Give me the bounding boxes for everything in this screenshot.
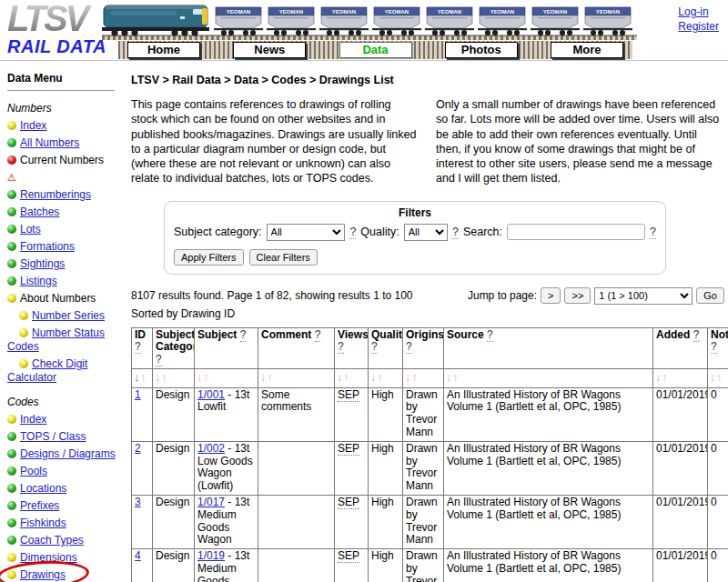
quality-select[interactable]: All: [404, 224, 448, 241]
sidebar-item-check-digit-calculator[interactable]: Check Digit Calculator: [7, 357, 120, 385]
sidebar-item-label[interactable]: Batches: [20, 206, 59, 218]
sidebar-item-label[interactable]: Drawings: [20, 568, 66, 581]
sidebar-item-label[interactable]: Pools: [20, 465, 47, 477]
sidebar-item-label[interactable]: Number Series: [32, 309, 105, 322]
column-help-icon[interactable]: ?: [711, 340, 717, 354]
nav-tab-photos[interactable]: Photos: [445, 42, 518, 58]
sort-ascending-icon[interactable]: ↑: [412, 370, 420, 384]
nav-tab-news[interactable]: News: [233, 42, 306, 58]
sidebar-item-number-series[interactable]: Number Series: [7, 309, 120, 323]
sidebar-item-label[interactable]: Prefixes: [20, 499, 59, 512]
column-help-icon[interactable]: ?: [240, 328, 247, 342]
sort-descending-icon[interactable]: ↓: [655, 370, 662, 384]
subject-code-link[interactable]: 1/001: [197, 388, 225, 401]
sort-ascending-icon[interactable]: ↑: [268, 370, 275, 384]
sort-descending-icon[interactable]: ↓: [155, 370, 162, 384]
drawing-id-link[interactable]: 3: [135, 496, 141, 508]
apply-filters-button[interactable]: Apply Filters: [174, 249, 244, 266]
sort-descending-icon[interactable]: ↓: [337, 370, 344, 384]
sidebar-item-label[interactable]: All Numbers: [20, 136, 79, 149]
sidebar-item-locations[interactable]: Locations: [7, 482, 120, 496]
sort-ascending-icon[interactable]: ↑: [378, 370, 385, 384]
subject-code-link[interactable]: 1/002: [197, 442, 225, 455]
quality-help-icon[interactable]: ?: [452, 226, 459, 239]
search-input[interactable]: [507, 224, 645, 240]
sidebar-item-index[interactable]: Index: [7, 413, 120, 426]
subject-category-help-icon[interactable]: ?: [349, 226, 356, 239]
sidebar-item-label[interactable]: Formations: [20, 240, 75, 253]
column-help-icon[interactable]: ?: [315, 328, 321, 342]
nav-tab-more[interactable]: More: [551, 42, 623, 58]
sort-descending-icon[interactable]: ↓: [260, 370, 268, 384]
sidebar-item-tops-class[interactable]: TOPS / Class: [7, 430, 120, 444]
sidebar-item-batches[interactable]: Batches: [7, 206, 120, 219]
views-abbr[interactable]: SEP: [338, 388, 359, 402]
search-help-icon[interactable]: ?: [650, 226, 656, 239]
sidebar-item-drawings[interactable]: Drawings: [7, 568, 120, 582]
nav-tab-data[interactable]: Data: [339, 42, 412, 58]
sort-descending-icon[interactable]: ↓: [405, 370, 412, 384]
sidebar-item-prefixes[interactable]: Prefixes: [7, 499, 120, 513]
nav-tab-home[interactable]: Home: [127, 42, 200, 58]
sort-ascending-icon[interactable]: ↑: [162, 370, 169, 384]
drawing-id-link[interactable]: 1: [135, 388, 141, 401]
sidebar-item-label[interactable]: Designs / Diagrams: [20, 447, 116, 460]
sidebar-item-label[interactable]: Dimensions: [20, 551, 77, 564]
sidebar-item-label[interactable]: Coach Types: [20, 534, 84, 547]
sidebar-item-all-numbers[interactable]: All Numbers: [7, 136, 120, 150]
sidebar-item-number-status-codes[interactable]: Number Status Codes: [7, 326, 120, 354]
sidebar-item-lots[interactable]: Lots: [7, 223, 120, 236]
sidebar-item-label[interactable]: Sightings: [20, 257, 65, 270]
column-help-icon[interactable]: ?: [487, 328, 493, 342]
sort-ascending-icon[interactable]: ↑: [717, 370, 724, 384]
go-button[interactable]: Go: [696, 287, 724, 304]
views-abbr[interactable]: SEP: [338, 442, 359, 456]
sort-ascending-icon[interactable]: ↑: [662, 370, 670, 384]
sidebar-item-designs-diagrams[interactable]: Designs / Diagrams: [7, 447, 120, 461]
sort-ascending-icon[interactable]: ↑: [453, 370, 460, 384]
sidebar-item-label[interactable]: TOPS / Class: [20, 430, 86, 443]
sidebar-item-dimensions[interactable]: Dimensions: [7, 551, 120, 565]
sidebar-item-label[interactable]: Locations: [20, 482, 66, 495]
sidebar-item-index[interactable]: Index: [7, 119, 120, 133]
sidebar-item-label[interactable]: Index: [20, 413, 46, 426]
sidebar-item-listings[interactable]: Listings: [7, 275, 120, 288]
subject-code-link[interactable]: 1/019: [197, 549, 225, 562]
sidebar-item-formations[interactable]: Formations: [7, 240, 120, 254]
sidebar-item-fishkinds[interactable]: Fishkinds: [7, 517, 120, 530]
sidebar-item-coach-types[interactable]: Coach Types: [7, 534, 120, 547]
drawing-id-link[interactable]: 4: [135, 549, 141, 562]
sidebar-item-label[interactable]: Lots: [20, 223, 41, 236]
sort-descending-icon[interactable]: ↓: [710, 370, 717, 384]
sort-ascending-icon[interactable]: ↑: [141, 370, 148, 384]
sidebar-item-sightings[interactable]: Sightings: [7, 257, 120, 271]
column-help-icon[interactable]: ?: [135, 340, 141, 354]
column-help-icon[interactable]: ?: [371, 340, 378, 354]
drawing-id-link[interactable]: 2: [135, 442, 141, 455]
views-abbr[interactable]: SEP: [338, 549, 359, 563]
sort-ascending-icon[interactable]: ↑: [344, 370, 351, 384]
sort-descending-icon[interactable]: ↓: [370, 370, 378, 384]
clear-filters-button[interactable]: Clear Filters: [249, 249, 318, 266]
subject-category-select[interactable]: All: [267, 224, 346, 241]
sort-ascending-icon[interactable]: ↑: [204, 370, 211, 384]
sort-descending-icon[interactable]: ↓: [134, 370, 141, 384]
column-help-icon[interactable]: ?: [156, 353, 162, 366]
column-help-icon[interactable]: ?: [406, 340, 412, 354]
page-select[interactable]: 1 (1 > 100): [594, 287, 693, 305]
sidebar-item-label[interactable]: Renumberings: [20, 188, 91, 201]
sort-descending-icon[interactable]: ↓: [446, 370, 453, 384]
sidebar-item-label[interactable]: Listings: [20, 275, 57, 287]
sidebar-item-label[interactable]: Index: [20, 119, 46, 132]
next-page-button[interactable]: >: [541, 287, 561, 304]
sidebar-item-pools[interactable]: Pools: [7, 465, 120, 478]
last-page-button[interactable]: >>: [564, 287, 591, 304]
sidebar-item-label[interactable]: Fishkinds: [20, 517, 66, 529]
column-help-icon[interactable]: ?: [693, 328, 700, 342]
views-abbr[interactable]: SEP: [338, 496, 359, 509]
login-link[interactable]: Log-in: [678, 5, 708, 18]
subject-code-link[interactable]: 1/017: [197, 496, 225, 508]
sidebar-item-renumberings[interactable]: Renumberings: [7, 188, 120, 202]
sort-descending-icon[interactable]: ↓: [197, 370, 204, 384]
column-help-icon[interactable]: ?: [338, 340, 344, 354]
